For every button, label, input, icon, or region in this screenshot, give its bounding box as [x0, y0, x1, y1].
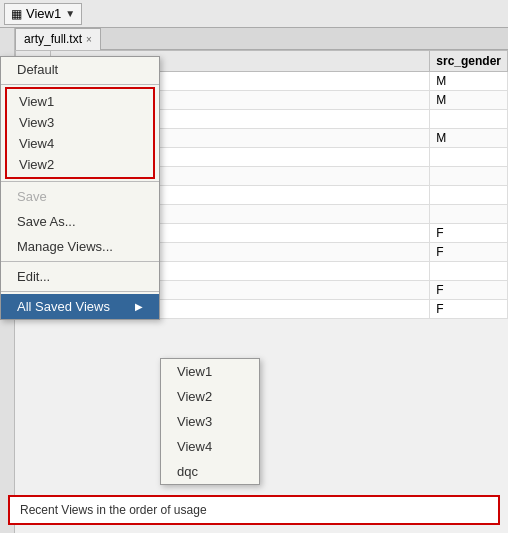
cell-src-gender: M	[430, 129, 508, 148]
menu-save: Save	[1, 184, 159, 209]
menu-view3-recent[interactable]: View3	[7, 112, 153, 133]
view-dropdown-button[interactable]: ▦ View1 ▼	[4, 3, 82, 25]
all-saved-views-label: All Saved Views	[17, 299, 110, 314]
menu-edit[interactable]: Edit...	[1, 264, 159, 289]
menu-all-saved-views[interactable]: All Saved Views ▶	[1, 294, 159, 319]
cell-src-gender: F	[430, 243, 508, 262]
submenu: View1 View2 View3 View4 dqc	[160, 358, 260, 485]
separator-4	[1, 291, 159, 292]
submenu-view2[interactable]: View2	[161, 384, 259, 409]
grid-icon: ▦	[11, 7, 22, 21]
separator-3	[1, 261, 159, 262]
cell-src-gender	[430, 148, 508, 167]
tooltip-text: Recent Views in the order of usage	[20, 503, 207, 517]
submenu-view4[interactable]: View4	[161, 434, 259, 459]
cell-src-gender: M	[430, 72, 508, 91]
cell-src-gender	[430, 110, 508, 129]
cell-src-gender	[430, 262, 508, 281]
separator-1	[1, 84, 159, 85]
separator-2	[1, 181, 159, 182]
cell-src-gender	[430, 167, 508, 186]
submenu-arrow-icon: ▶	[135, 301, 143, 312]
menu-view1-recent[interactable]: View1	[7, 91, 153, 112]
menu-view4-recent[interactable]: View4	[7, 133, 153, 154]
dropdown-arrow-icon: ▼	[65, 8, 75, 19]
cell-src-gender: F	[430, 300, 508, 319]
file-tab[interactable]: arty_full.txt ×	[15, 28, 101, 50]
menu-save-as[interactable]: Save As...	[1, 209, 159, 234]
main-area: arty_full.txt × src_name src_gender Dr. …	[0, 28, 508, 533]
col-src-gender: src_gender	[430, 51, 508, 72]
submenu-view3[interactable]: View3	[161, 409, 259, 434]
toolbar: ▦ View1 ▼	[0, 0, 508, 28]
menu-view2-recent[interactable]: View2	[7, 154, 153, 175]
tab-filename: arty_full.txt	[24, 32, 82, 46]
tooltip-box: Recent Views in the order of usage	[8, 495, 500, 525]
tab-bar: arty_full.txt ×	[15, 28, 508, 50]
cell-src-gender	[430, 186, 508, 205]
view-label: View1	[26, 6, 61, 21]
submenu-dqc[interactable]: dqc	[161, 459, 259, 484]
cell-src-gender: F	[430, 281, 508, 300]
dropdown-menu: Default View1 View3 View4 View2 Save Sav…	[0, 56, 160, 320]
cell-src-gender: F	[430, 224, 508, 243]
tab-close-icon[interactable]: ×	[86, 34, 92, 45]
recent-views-group: View1 View3 View4 View2	[5, 87, 155, 179]
cell-src-gender	[430, 205, 508, 224]
cell-src-gender: M	[430, 91, 508, 110]
menu-manage-views[interactable]: Manage Views...	[1, 234, 159, 259]
submenu-view1[interactable]: View1	[161, 359, 259, 384]
menu-default[interactable]: Default	[1, 57, 159, 82]
